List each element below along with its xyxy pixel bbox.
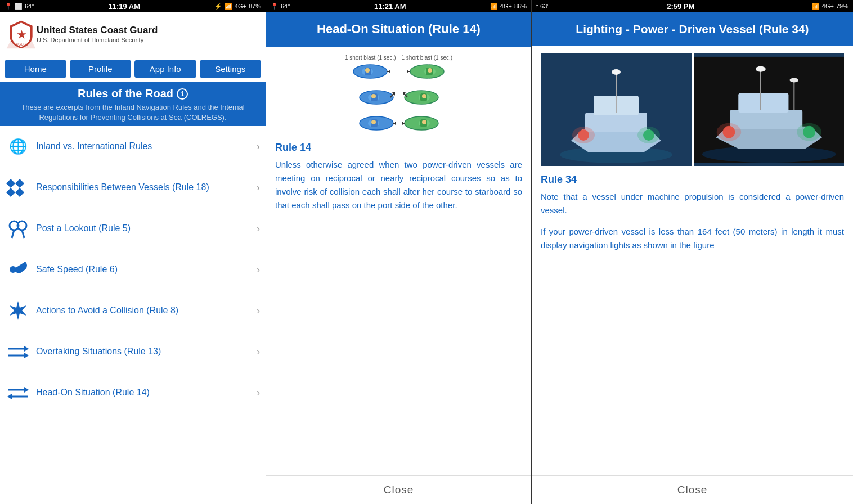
status-bar-3: f 63° 2:59 PM 📶 4G+ 79% [532, 0, 853, 12]
speed-icon [6, 257, 30, 282]
location-icon-2: 📍 [271, 3, 279, 10]
section-title-text: Rules of the Road [78, 87, 173, 100]
headon-close-button[interactable]: Close [384, 484, 414, 496]
signal-label-2: 4G+ [500, 3, 512, 10]
uscg-logo-icon: ★ USCG [6, 19, 37, 50]
header-title: United States Coast Guard [37, 25, 158, 36]
svg-marker-5 [15, 179, 24, 188]
rule-item-speed[interactable]: Safe Speed (Rule 6) › [0, 249, 266, 290]
svg-marker-34 [407, 70, 408, 73]
collision-icon [6, 298, 30, 323]
rule-item-lookout[interactable]: Post a Lookout (Rule 5) › [0, 208, 266, 249]
boat-left-1 [351, 62, 390, 81]
svg-marker-52 [395, 122, 396, 125]
battery-label-2: 86% [514, 3, 527, 10]
temp-indicator-3: 63° [540, 3, 550, 10]
rule-item-overtaking[interactable]: Overtaking Situations (Rule 13) › [0, 331, 266, 372]
chevron-icon-collision: › [257, 305, 260, 317]
rule-label-overtaking: Overtaking Situations (Rule 13) [36, 346, 253, 358]
vessel-diagram-left [554, 56, 678, 163]
rule-item-inland[interactable]: 🌐 Inland vs. International Rules › [0, 126, 266, 167]
boat-left-3 [357, 114, 396, 133]
svg-text:USCG: USCG [16, 42, 26, 46]
vessel-image-left [541, 53, 692, 166]
status-bar-2: 📍 64° 11:21 AM 📶 4G+ 86% [266, 0, 531, 12]
tab-settings[interactable]: Settings [200, 60, 262, 78]
svg-rect-74 [738, 93, 788, 113]
lighting-rule-text-1: Note that a vessel under machine propuls… [541, 190, 844, 217]
headon-modal-title: Head-On Situation (Rule 14) [317, 22, 481, 36]
section-description: These are excerpts from the Inland Navig… [5, 102, 261, 123]
svg-point-13 [10, 266, 16, 273]
lookout-icon [6, 216, 30, 241]
svg-line-12 [22, 230, 24, 238]
blast-label-1: 1 short blast (1 sec.) [345, 55, 396, 61]
rule-label-headon: Head-On Situation (Rule 14) [36, 387, 253, 399]
svg-marker-20 [24, 387, 29, 393]
chevron-icon-responsibilities: › [257, 182, 260, 194]
chevron-icon-headon: › [257, 387, 260, 399]
wifi-icon-3: 📶 [812, 3, 820, 10]
chevron-icon-overtaking: › [257, 346, 260, 358]
lighting-modal-footer: Close [532, 475, 853, 504]
rule-label-speed: Safe Speed (Rule 6) [36, 264, 253, 276]
svg-point-68 [572, 127, 595, 143]
status-bar-right-1: ⚡ 📶 4G+ 87% [214, 3, 261, 10]
tab-profile[interactable]: Profile [70, 60, 132, 78]
svg-point-26 [365, 68, 370, 73]
headon-modal-header: Head-On Situation (Rule 14) [266, 12, 531, 47]
svg-point-38 [371, 94, 376, 98]
svg-rect-73 [730, 110, 802, 129]
app-header: ★ USCG United States Coast Guard U.S. De… [0, 12, 266, 56]
temp-indicator: 64° [25, 3, 34, 10]
lighting-modal-header: Lighting - Power - Driven Vessel (Rule 3… [532, 12, 853, 46]
rule-item-responsibilities[interactable]: Responsibilities Between Vessels (Rule 1… [0, 167, 266, 208]
lighting-modal-title: Lighting - Power - Driven Vessel (Rule 3… [576, 22, 809, 35]
fb-icon: f [536, 3, 538, 10]
rule-label-collision: Actions to Avoid a Collision (Rule 8) [36, 305, 253, 317]
svg-marker-18 [24, 353, 29, 358]
svg-line-11 [12, 230, 14, 238]
battery-label-3: 79% [836, 3, 848, 10]
wifi-icon: 📶 [225, 3, 232, 10]
battery-label-1: 87% [249, 3, 261, 10]
svg-point-56 [422, 120, 426, 124]
header-subtitle: U.S. Department of Homeland Security [37, 37, 158, 43]
svg-marker-16 [24, 346, 29, 352]
time-display-1: 11:19 AM [108, 2, 140, 11]
lighting-modal-body: Rule 34 Note that a vessel under machine… [532, 46, 853, 475]
rule-item-collision[interactable]: Actions to Avoid a Collision (Rule 8) › [0, 290, 266, 331]
headon-icon [6, 380, 30, 405]
svg-rect-62 [585, 112, 647, 132]
svg-marker-6 [6, 188, 15, 197]
svg-point-44 [422, 94, 426, 98]
panel-main: 📍 ⬜ 64° 11:19 AM ⚡ 📶 4G+ 87% ★ USCG Unit… [0, 0, 266, 504]
status-bar-1: 📍 ⬜ 64° 11:19 AM ⚡ 📶 4G+ 87% [0, 0, 266, 12]
boat-right-2 [402, 88, 441, 107]
lighting-close-button[interactable]: Close [677, 484, 708, 496]
svg-marker-28 [389, 70, 390, 73]
status-bar-left-1: 📍 ⬜ 64° [5, 3, 34, 10]
temp-indicator-2: 64° [281, 3, 290, 10]
panel-headon-modal: 📍 64° 11:21 AM 📶 4G+ 86% Head-On Situati… [266, 0, 531, 504]
vessel-image-right [694, 53, 845, 166]
svg-point-78 [789, 78, 798, 83]
rule-label-inland: Inland vs. International Rules [36, 141, 253, 152]
panel-lighting-modal: f 63° 2:59 PM 📶 4G+ 79% Lighting - Power… [531, 0, 853, 504]
svg-marker-58 [402, 122, 403, 125]
tab-home[interactable]: Home [5, 60, 66, 78]
info-icon[interactable]: ℹ [177, 88, 188, 100]
boat-right-3 [402, 114, 441, 133]
time-display-3: 2:59 PM [667, 2, 694, 11]
globe-icon: 🌐 [6, 134, 30, 159]
chevron-icon-inland: › [257, 141, 260, 152]
status-bar-left-2: 📍 64° [271, 3, 290, 10]
headon-rule-number: Rule 14 [275, 142, 522, 154]
svg-point-81 [716, 123, 741, 141]
tab-appinfo[interactable]: App Info [134, 60, 196, 78]
wifi-icon-2: 📶 [490, 3, 498, 10]
time-display-2: 11:21 AM [374, 2, 406, 11]
rule-label-lookout: Post a Lookout (Rule 5) [36, 223, 253, 235]
rule-item-headon[interactable]: Head-On Situation (Rule 14) › [0, 372, 266, 413]
svg-point-76 [755, 66, 765, 72]
